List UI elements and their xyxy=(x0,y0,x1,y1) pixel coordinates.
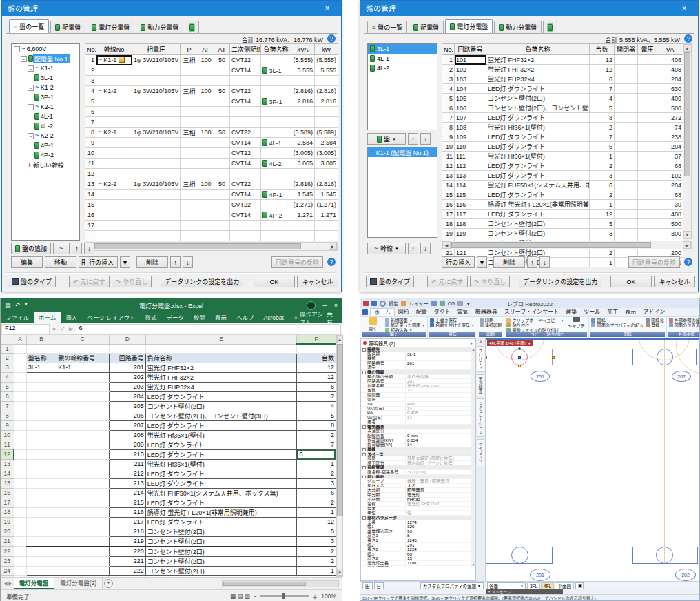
cell-voltage[interactable] xyxy=(638,190,657,200)
cell-kva[interactable] xyxy=(291,76,315,86)
cell-trunk-no[interactable] xyxy=(96,117,132,128)
property-row-幅3[interactable]: 幅360 xyxy=(361,552,471,557)
cell-voltage[interactable] xyxy=(638,219,657,229)
cell-phase-voltage[interactable]: 1φ 3W210/105V xyxy=(132,179,181,190)
ribbon-tab-ファイル[interactable]: ファイル xyxy=(1,312,34,323)
cell-B15[interactable] xyxy=(26,478,56,488)
collapse-icon[interactable]: - xyxy=(362,448,366,451)
row-header-19[interactable]: 19 xyxy=(1,517,14,527)
tree-toggle-icon[interactable]: - xyxy=(28,65,34,72)
cell-F22[interactable]: 2 xyxy=(297,547,336,557)
column-header-D[interactable]: D xyxy=(109,335,145,344)
help-icon[interactable]: ? xyxy=(327,258,336,266)
cell-secondary-wiring[interactable]: CVT14 xyxy=(230,190,261,200)
enter-icon[interactable]: ✓ xyxy=(60,326,65,332)
cell-count[interactable]: 5 xyxy=(590,103,615,113)
cancel-button[interactable]: キャンセル xyxy=(297,276,338,287)
properties-scrollbar[interactable]: ▲ ▼ xyxy=(471,347,475,567)
cell-C1[interactable] xyxy=(56,344,109,353)
cell-p[interactable] xyxy=(181,159,198,169)
cell-D18[interactable]: 216 xyxy=(109,507,145,517)
property-section-スペース[interactable]: -スペース xyxy=(361,452,471,457)
cell-va[interactable]: 408 xyxy=(657,65,683,74)
cell-at[interactable] xyxy=(214,96,230,107)
row-header-4[interactable]: 4 xyxy=(1,372,14,382)
property-row-長さ2[interactable]: 長さ21224 xyxy=(361,547,471,552)
cell-phase-voltage[interactable] xyxy=(132,76,181,86)
gear-icon[interactable] xyxy=(380,300,386,307)
cell-load-name[interactable] xyxy=(261,148,291,159)
cell-kva[interactable]: (5.589) xyxy=(291,128,315,138)
cell-va[interactable]: 238 xyxy=(657,132,683,142)
table-vscrollbar[interactable]: ▲ ▼ xyxy=(683,43,692,239)
cell-kw[interactable] xyxy=(315,117,338,128)
property-row-大分類[interactable]: 大分類照明器具 xyxy=(361,488,471,493)
property-value[interactable]: 蛍光灯 FHF32×2 xyxy=(405,384,471,388)
cell-C2[interactable]: 親の幹線番号 xyxy=(56,353,109,363)
property-row-グループ[interactable]: グループ機器・器具 / 照明器具 xyxy=(361,479,471,484)
cell-B18[interactable] xyxy=(26,507,56,517)
delete-row-button[interactable]: 削除 xyxy=(136,256,168,268)
property-row-型番[interactable]: 型番 xyxy=(361,507,471,511)
cell-C8[interactable] xyxy=(56,411,109,420)
cell-E5[interactable]: 蛍光灯 FHP32×4 xyxy=(145,382,297,391)
cell-kw[interactable]: 1.545 xyxy=(315,190,338,200)
cell-switch[interactable] xyxy=(615,210,638,219)
cell-circuit-number[interactable]: 101 xyxy=(455,55,486,65)
cell-F4[interactable]: 12 xyxy=(297,372,336,382)
tab-配電盤[interactable]: 配電盤 xyxy=(409,21,444,33)
layout-tab-3FL[interactable]: 3FL xyxy=(527,582,540,589)
message-bar[interactable]: ▼ メッセージ xyxy=(486,589,563,594)
minimize-icon[interactable]: ─ xyxy=(322,302,327,309)
light-fixture[interactable] xyxy=(632,349,697,365)
cancel-icon[interactable]: × xyxy=(52,326,56,332)
property-row-負荷容量[VA][interactable]: 負荷容量[VA]34 xyxy=(361,442,471,447)
cell-at[interactable]: 50 xyxy=(214,128,230,138)
cell-circuit-number[interactable]: 119 xyxy=(455,229,486,238)
property-value[interactable]: 25.5 xyxy=(405,566,471,567)
cell-no[interactable]: 4 xyxy=(85,86,96,96)
cell-at[interactable] xyxy=(214,159,230,169)
cell-voltage[interactable] xyxy=(638,123,657,132)
cell-A7[interactable] xyxy=(14,401,26,411)
property-row-VA[interactable]: VA408 xyxy=(361,402,471,407)
cell-no[interactable]: 12 xyxy=(85,169,96,179)
help-icon[interactable]: ? xyxy=(327,34,336,43)
menu-tab-配管[interactable]: 配管 xyxy=(413,308,431,316)
menu-tab-加工[interactable]: 加工 xyxy=(604,308,621,316)
cell-no[interactable]: 11 xyxy=(85,159,96,169)
cell-C20[interactable] xyxy=(56,527,109,536)
cell-load-name[interactable]: LED灯 ダウンライト xyxy=(486,84,590,94)
cell-secondary-wiring[interactable] xyxy=(230,107,261,117)
cell-B7[interactable] xyxy=(26,401,56,411)
property-row-部屋[interactable]: 部屋部屋未設定 (部屋に依存) xyxy=(361,456,471,461)
property-section-系統管理[interactable]: -系統管理 xyxy=(361,465,471,470)
cell-no[interactable]: 7 xyxy=(85,117,96,128)
tree-item-4L-1[interactable]: 4L-1 xyxy=(12,112,79,121)
cell-switch[interactable] xyxy=(615,65,638,74)
cell-trunk-no[interactable]: ~ K1-1 xyxy=(96,55,132,65)
row-down-button[interactable]: ↓ xyxy=(539,256,550,268)
tab-動力分電盤[interactable]: 動力分電盤 xyxy=(494,21,542,33)
property-value[interactable]: 蛍光灯 FHF32×2 xyxy=(405,502,471,506)
cell-at[interactable] xyxy=(214,117,230,128)
tab-盤の一覧[interactable]: ≡盤の一覧 xyxy=(367,21,407,33)
cell-p[interactable] xyxy=(181,96,198,107)
cell-voltage[interactable] xyxy=(638,94,657,103)
cell-B6[interactable] xyxy=(26,391,56,401)
cell-C16[interactable] xyxy=(56,488,109,498)
insert-row-button[interactable]: 行の挿入 xyxy=(85,256,118,268)
cell-switch[interactable] xyxy=(615,171,638,181)
cell-no[interactable]: 17 xyxy=(442,210,455,219)
row-down-button[interactable]: ↓ xyxy=(183,256,193,268)
tree-item-4P-1[interactable]: 4P-1 xyxy=(12,141,79,150)
scroll-up-icon[interactable]: ▲ xyxy=(337,336,343,343)
cell-phase-voltage[interactable] xyxy=(132,221,181,231)
menu-tab-図形[interactable]: 図形 xyxy=(395,308,413,316)
collapse-icon[interactable]: - xyxy=(362,466,366,469)
qat-label-レイヤー[interactable]: レイヤー xyxy=(409,300,429,307)
table-hscrollbar[interactable]: ◀ ▶ xyxy=(85,242,338,251)
cell-kw[interactable]: 5.555 xyxy=(315,65,338,76)
sheet-tab-電灯分電盤[interactable]: 電灯分電盤 xyxy=(14,578,55,589)
cell-voltage[interactable] xyxy=(638,65,657,74)
